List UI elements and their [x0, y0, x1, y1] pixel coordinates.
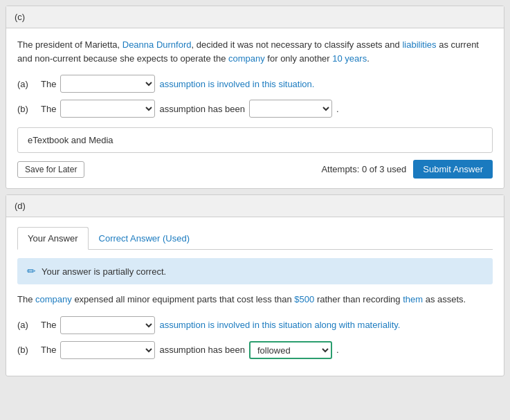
- row-b-select1[interactable]: going concern monetary unit time period …: [60, 100, 155, 118]
- section-c-row-a: (a) The going concern monetary unit time…: [17, 75, 493, 93]
- section-c-description: The president of Marietta, Deanna Durnfo…: [17, 38, 493, 65]
- row-b-label: (b): [17, 104, 37, 114]
- section-c-header: (c): [6, 6, 504, 28]
- section-d: (d) Your Answer Correct Answer (Used) ✏ …: [6, 194, 504, 376]
- section-c-body: The president of Marietta, Deanna Durnfo…: [6, 28, 504, 188]
- banner-text: Your answer is partially correct.: [42, 266, 166, 277]
- tabs-container: Your Answer Correct Answer (Used): [17, 227, 493, 250]
- desc-part1: The president of Marietta,: [17, 39, 122, 50]
- d-row-a-suffix: assumption is involved in this situation…: [159, 320, 400, 330]
- desc-part5: .: [367, 53, 370, 64]
- row-b-dot: .: [336, 104, 339, 114]
- section-c-footer: Save for Later Attempts: 0 of 3 used Sub…: [17, 160, 493, 179]
- tab-your-answer[interactable]: Your Answer: [17, 227, 89, 250]
- d-desc-part3: rather than recording: [314, 294, 403, 304]
- d-row-b-the: The: [41, 345, 56, 355]
- section-d-header: (d): [6, 195, 504, 217]
- tab-correct-answer[interactable]: Correct Answer (Used): [89, 227, 200, 250]
- attempts-text: Attempts: 0 of 3 used: [321, 164, 406, 174]
- etextbook-label: eTextbook and Media: [28, 135, 113, 145]
- section-d-body: Your Answer Correct Answer (Used) ✏ Your…: [6, 217, 504, 376]
- row-a-label: (a): [17, 79, 37, 89]
- desc-liabilities: liabilities: [402, 39, 436, 50]
- desc-years: 10 years: [332, 53, 367, 64]
- row-b-select2[interactable]: followed violated: [249, 100, 332, 118]
- d-desc-them: them: [403, 294, 423, 304]
- section-d-label: (d): [15, 201, 26, 211]
- d-row-b-dot: .: [336, 345, 339, 355]
- d-row-a-select[interactable]: going concern monetary unit time period …: [60, 316, 155, 334]
- desc-part4: for only another: [265, 53, 333, 64]
- save-for-later-button[interactable]: Save for Later: [17, 161, 84, 178]
- row-a-suffix: assumption is involved in this situation…: [159, 79, 314, 89]
- section-c-row-b: (b) The going concern monetary unit time…: [17, 100, 493, 118]
- section-d-description: The company expensed all minor equipment…: [17, 293, 493, 307]
- d-row-b-select1[interactable]: going concern monetary unit time period …: [60, 341, 155, 359]
- submit-area: Attempts: 0 of 3 used Submit Answer: [321, 160, 493, 179]
- d-row-b-select2[interactable]: followed violated: [249, 341, 332, 359]
- d-row-b-label: (b): [17, 345, 37, 355]
- desc-company: company: [228, 53, 265, 64]
- d-desc-part4: as assets.: [423, 294, 466, 304]
- row-a-the: The: [41, 79, 56, 89]
- row-b-middle: assumption has been: [159, 104, 245, 114]
- d-row-a-label: (a): [17, 320, 37, 330]
- section-c-label: (c): [15, 12, 25, 22]
- submit-answer-button[interactable]: Submit Answer: [413, 160, 493, 179]
- etextbook-box: eTextbook and Media: [17, 127, 493, 153]
- d-desc-amount: $500: [294, 294, 314, 304]
- row-a-select[interactable]: going concern monetary unit time period …: [60, 75, 155, 93]
- d-desc-part1: The: [17, 294, 35, 304]
- section-d-row-a: (a) The going concern monetary unit time…: [17, 316, 493, 334]
- section-d-row-b: (b) The going concern monetary unit time…: [17, 341, 493, 359]
- pencil-icon: ✏: [27, 265, 36, 277]
- desc-part2: , decided it was not necessary to classi…: [191, 39, 402, 50]
- desc-name: Deanna Durnford: [122, 39, 192, 50]
- d-row-b-middle: assumption has been: [159, 345, 245, 355]
- d-row-a-the: The: [41, 320, 56, 330]
- row-b-the: The: [41, 104, 56, 114]
- partial-correct-banner: ✏ Your answer is partially correct.: [17, 258, 493, 284]
- d-desc-company: company: [35, 294, 72, 304]
- section-c: (c) The president of Marietta, Deanna Du…: [6, 6, 504, 189]
- d-desc-part2: expensed all minor equipment parts that …: [72, 294, 295, 304]
